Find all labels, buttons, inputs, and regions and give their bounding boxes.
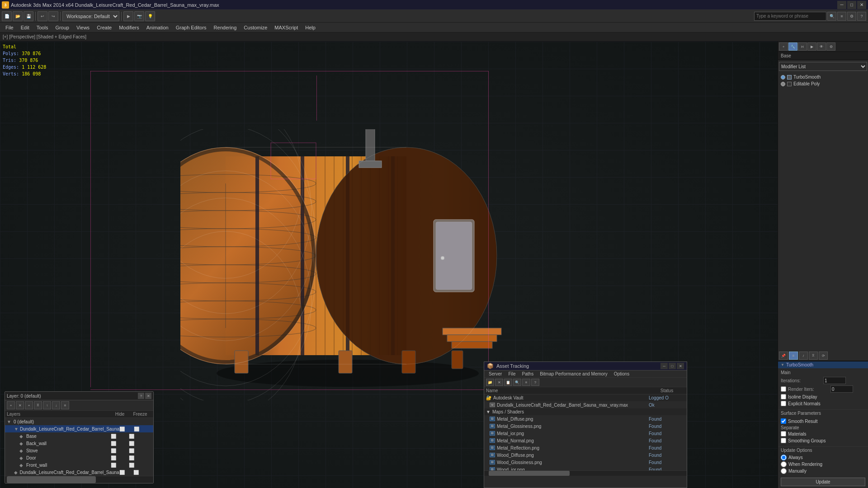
asset-tb-2[interactable]: ✕ — [495, 379, 503, 386]
explicit-normals-checkbox[interactable] — [781, 401, 786, 406]
layer-add-btn[interactable]: + — [7, 401, 15, 409]
menu-customize[interactable]: Customize — [240, 23, 271, 33]
asset-maximize-btn[interactable]: □ — [669, 363, 676, 369]
panel-edit-btn[interactable]: / — [799, 352, 808, 360]
layer-item-0[interactable]: ▼ 0 (default) — [5, 418, 153, 425]
open-button[interactable]: 📂 — [13, 11, 23, 21]
render-iters-checkbox[interactable] — [781, 386, 786, 392]
panel-pin-btn[interactable]: 📌 — [779, 352, 788, 360]
asset-menu-options[interactable]: Options — [611, 371, 632, 377]
modifier-checkbox-turbosmooth[interactable] — [787, 75, 792, 80]
radio-manually-input[interactable] — [781, 468, 787, 474]
search-opt3[interactable]: ? — [857, 12, 866, 21]
layer-item-backwall[interactable]: ◆ Back_wall ⬜ ⬜ — [5, 440, 153, 447]
layer-item-base[interactable]: ◆ Base ⬜ ⬜ — [5, 432, 153, 440]
menu-help[interactable]: Help — [302, 23, 319, 33]
asset-menu-file[interactable]: File — [505, 371, 518, 377]
rp-icon-motion[interactable]: ▶ — [807, 42, 816, 51]
maximize-button[interactable]: □ — [847, 1, 856, 9]
menu-file[interactable]: File — [2, 23, 17, 33]
asset-tb-4[interactable]: 🔍 — [513, 379, 521, 386]
asset-tb-1[interactable]: 📁 — [486, 379, 494, 386]
asset-scrollbar[interactable] — [484, 470, 687, 476]
layer-item-dundalk2[interactable]: ◆ Dundalk_LeisureCraft_Red_Cedar_Barrel_… — [5, 469, 153, 476]
render-button[interactable]: ▶ — [123, 11, 133, 21]
menu-rendering[interactable]: Rendering — [210, 23, 241, 33]
layer-item-dundalk[interactable]: ▼ Dundalk_LeisureCraft_Red_Cedar_Barrel_… — [5, 425, 153, 432]
asset-menu-server[interactable]: Server — [486, 371, 505, 377]
minimize-button[interactable]: ─ — [837, 1, 846, 9]
asset-menu-paths[interactable]: Paths — [519, 371, 537, 377]
layer-btn3[interactable]: + — [25, 401, 33, 409]
menu-create[interactable]: Create — [93, 23, 115, 33]
asset-file-metal-gloss[interactable]: 🖼 Metal_Glossiness.png Found — [484, 422, 687, 430]
menu-maxscript[interactable]: MAXScript — [271, 23, 302, 33]
asset-file-wood-gloss[interactable]: 🖼 Wood_Glossiness.png Found — [484, 459, 687, 466]
rp-icon-create[interactable]: + — [779, 42, 788, 51]
layer-item-door[interactable]: ◆ Door ⬜ ⬜ — [5, 454, 153, 461]
modifier-list-select[interactable]: Modifier List — [779, 62, 867, 71]
asset-help-btn[interactable]: ? — [531, 379, 539, 386]
menu-graph-editors[interactable]: Graph Editors — [172, 23, 210, 33]
asset-tb-3[interactable]: 📋 — [504, 379, 512, 386]
new-button[interactable]: 📄 — [2, 11, 12, 21]
layers-panel-pin[interactable]: ? — [138, 393, 144, 399]
save-button[interactable]: 💾 — [24, 11, 33, 21]
smooth-result-checkbox[interactable] — [781, 418, 786, 424]
asset-file-metal-normal[interactable]: 🖼 Metal_Normal.png Found — [484, 437, 687, 444]
panel-refresh-btn[interactable]: ⟳ — [819, 352, 828, 360]
menu-modifiers[interactable]: Modifiers — [115, 23, 143, 33]
modifier-editablepoly[interactable]: Editable Poly — [779, 80, 867, 87]
layer-btn7[interactable]: ≡ — [61, 401, 69, 409]
rp-icon-modify[interactable]: 🔧 — [788, 42, 797, 51]
asset-file-max[interactable]: M Dundalk_LeisureCraft_Red_Cedar_Barrel_… — [484, 401, 687, 408]
close-button[interactable]: ✕ — [857, 1, 866, 9]
asset-file-metal-diffuse[interactable]: 🖼 Metal_Diffuse.png Found — [484, 415, 687, 422]
rp-icon-display[interactable]: 👁 — [817, 42, 826, 51]
rp-icon-utilities[interactable]: ⚙ — [826, 42, 835, 51]
panel-list-btn[interactable]: ≡ — [789, 352, 798, 360]
update-button[interactable]: Update — [781, 478, 865, 486]
search-opt2[interactable]: ⚙ — [847, 12, 856, 21]
panel-time-btn[interactable]: ⧖ — [809, 352, 818, 360]
asset-file-metal-ior[interactable]: 🖼 Metal_ior.png Found — [484, 430, 687, 437]
rp-icon-hierarchy[interactable]: H — [798, 42, 807, 51]
menu-tools[interactable]: Tools — [33, 23, 52, 33]
asset-group-vault-header[interactable]: 🔐 Autodesk Vault Logged O — [484, 394, 687, 401]
radio-when-rendering-input[interactable] — [781, 461, 787, 467]
search-button[interactable]: 🔍 — [827, 12, 836, 21]
iterations-input[interactable] — [823, 377, 846, 384]
turbosmooth-section-header[interactable]: ▼ TurboSmooth — [778, 361, 868, 368]
undo-button[interactable]: ↩ — [38, 11, 47, 21]
isoline-checkbox[interactable] — [781, 394, 786, 399]
light-button[interactable]: 💡 — [145, 11, 155, 21]
layer-btn5[interactable]: ↑ — [43, 401, 51, 409]
asset-group-maps-header[interactable]: ▼ Maps / Shaders — [484, 408, 687, 415]
asset-file-wood-diffuse[interactable]: 🖼 Wood_Diffuse.png Found — [484, 451, 687, 459]
asset-menu-bitmap[interactable]: Bitmap Performance and Memory — [537, 371, 610, 377]
modifier-checkbox-editablepoly[interactable] — [787, 82, 792, 86]
asset-close-btn[interactable]: ✕ — [677, 363, 684, 369]
layer-btn6[interactable]: ↓ — [52, 401, 60, 409]
layer-scrollbar[interactable] — [5, 476, 153, 483]
layer-del-btn[interactable]: ✕ — [16, 401, 24, 409]
asset-table-body[interactable]: 🔐 Autodesk Vault Logged O M Dundalk_Leis… — [484, 394, 687, 470]
layer-item-stove[interactable]: ◆ Stove ⬜ ⬜ — [5, 447, 153, 454]
asset-minimize-btn[interactable]: ─ — [660, 363, 668, 369]
asset-file-wood-ior[interactable]: 🖼 Wood_ior.png Found — [484, 466, 687, 470]
layer-item-frontwall[interactable]: ◆ Front_wall ⬜ ⬜ — [5, 461, 153, 469]
menu-edit[interactable]: Edit — [17, 23, 33, 33]
workspace-select[interactable]: Workspace: Default — [62, 11, 119, 21]
modifier-turbosmooth[interactable]: TurboSmooth — [779, 74, 867, 80]
redo-button[interactable]: ↪ — [48, 11, 58, 21]
viewport-3d[interactable]: Total Polys: 370 876 Tris: 370 876 Edges… — [0, 42, 778, 488]
render-iters-input[interactable] — [830, 385, 853, 393]
search-input[interactable] — [754, 12, 826, 21]
menu-group[interactable]: Group — [52, 23, 73, 33]
search-opt1[interactable]: ≡ — [837, 12, 846, 21]
smoothing-groups-checkbox[interactable] — [781, 438, 786, 443]
layers-panel-close[interactable]: ✕ — [145, 393, 151, 399]
asset-tb-5[interactable]: ≡ — [522, 379, 530, 386]
materials-checkbox[interactable] — [781, 431, 786, 436]
radio-always-input[interactable] — [781, 455, 787, 460]
